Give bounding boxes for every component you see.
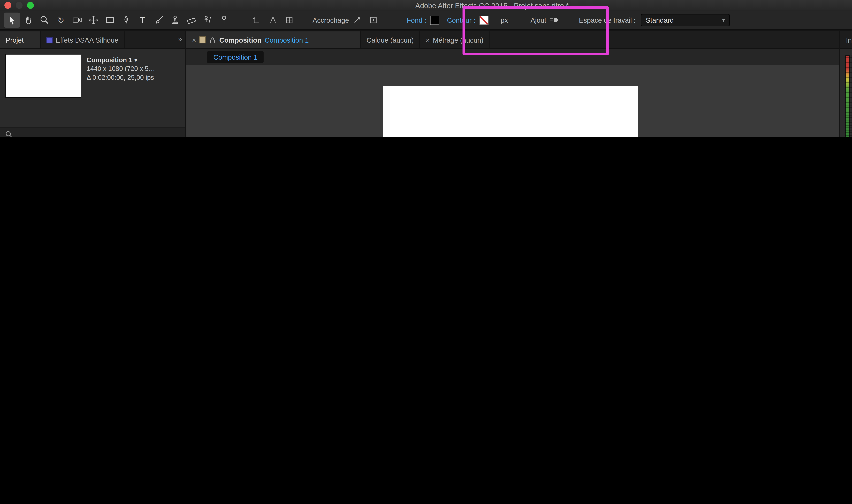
snapping-label: Accrochage	[312, 16, 349, 24]
fill-color-swatch[interactable]	[430, 15, 439, 25]
snap-options-icon[interactable]	[365, 13, 382, 28]
tab-projet[interactable]: Projet≡	[0, 31, 40, 48]
close-icon[interactable]: ×	[192, 36, 196, 43]
composition-viewer[interactable]: DSAA DESIGN GRAPHIQUE ⊕	[186, 65, 839, 137]
stroke-width-value[interactable]: – px	[495, 16, 508, 24]
tab-projet-label: Projet	[6, 36, 24, 43]
brush-tool[interactable]	[151, 13, 167, 28]
selected-item-dims: 1440 x 1080 (720 x 5…	[87, 64, 155, 73]
right-panel: Info Audio≡ 0,0 -3,0 -6,0 -9,0 -12,0 -15…	[840, 31, 852, 137]
roto-brush-tool[interactable]	[200, 13, 216, 28]
workspace-dropdown[interactable]: Standard▾	[641, 14, 730, 26]
eraser-tool[interactable]	[183, 13, 200, 28]
tab-info[interactable]: Info	[840, 31, 852, 48]
stroke-color-swatch[interactable]	[479, 15, 489, 25]
stamp-tool[interactable]	[167, 13, 183, 28]
tab-effets-label: Effets DSAA Silhoue	[56, 36, 119, 43]
composition-thumbnail	[5, 54, 81, 98]
selected-item-duration: Δ 0:02:00:00, 25,00 ips	[87, 73, 155, 82]
tab-composition[interactable]: × Composition Composition 1 ≡	[186, 31, 361, 48]
tab-info-label: Info	[846, 36, 852, 43]
toolbar: ↻ T Accrochage Fond : Contour : – px Ajo…	[0, 11, 852, 30]
hand-tool[interactable]	[20, 13, 36, 28]
viewer-tab-label: Composition 1	[213, 53, 257, 61]
composition-panel: × Composition Composition 1 ≡ Calque (au…	[186, 31, 839, 137]
puppet-pin-tool[interactable]	[216, 13, 232, 28]
search-icon	[5, 130, 13, 137]
audio-panel: 0,0 -3,0 -6,0 -9,0 -12,0 -15,0 -18,0 -21…	[840, 49, 852, 137]
selection-tool[interactable]	[4, 13, 20, 28]
close-icon[interactable]: ×	[425, 36, 430, 43]
tab-calque-label: Calque (aucun)	[366, 36, 414, 43]
text-tool[interactable]: T	[134, 13, 151, 28]
panel-overflow-icon[interactable]: »	[178, 35, 182, 42]
tab-composition-value: Composition 1	[265, 36, 309, 43]
viewer-tab-composition-1[interactable]: Composition 1	[207, 51, 264, 64]
axis-local-icon[interactable]	[249, 13, 265, 28]
panel-menu-icon[interactable]: ≡	[351, 36, 355, 43]
project-panel: Projet≡ Effets DSAA Silhoue » Compositio…	[0, 31, 185, 137]
pan-behind-tool[interactable]	[85, 13, 102, 28]
rotation-tool[interactable]: ↻	[53, 13, 69, 28]
stroke-label[interactable]: Contour :	[447, 16, 475, 24]
window-title: Adobe After Effects CC 2015 - Projet san…	[0, 2, 852, 9]
selected-item-title: Composition 1 ▾	[87, 55, 155, 64]
after-effects-window: Adobe After Effects CC 2015 - Projet san…	[0, 0, 852, 137]
zoom-tool[interactable]	[36, 13, 53, 28]
motion-blur-icon[interactable]	[546, 13, 563, 28]
effects-icon	[46, 37, 53, 43]
tab-metrage[interactable]: ×Métrage (aucun)	[420, 31, 490, 48]
tab-effets[interactable]: Effets DSAA Silhoue	[40, 31, 125, 48]
workspace-value: Standard	[646, 16, 674, 24]
snap-icon[interactable]	[349, 13, 365, 28]
camera-tool[interactable]	[69, 13, 85, 28]
viewer-tab-row: Composition 1	[186, 49, 839, 65]
tab-calque[interactable]: Calque (aucun)	[361, 31, 420, 48]
tab-composition-label: Composition	[219, 36, 261, 43]
project-search-field[interactable]	[0, 127, 185, 137]
composition-canvas[interactable]: DSAA DESIGN GRAPHIQUE ⊕	[383, 86, 638, 137]
titlebar: Adobe After Effects CC 2015 - Projet san…	[0, 0, 852, 11]
fill-label[interactable]: Fond :	[407, 16, 427, 24]
pen-tool[interactable]	[118, 13, 134, 28]
tab-metrage-label: Métrage (aucun)	[433, 36, 484, 43]
add-label: Ajout	[530, 16, 546, 24]
panel-group-icon	[199, 36, 206, 43]
axis-view-icon[interactable]	[281, 13, 297, 28]
lock-icon[interactable]	[209, 36, 216, 43]
shape-tool[interactable]	[102, 13, 118, 28]
panel-menu-icon[interactable]: ≡	[31, 36, 34, 43]
axis-world-icon[interactable]	[265, 13, 281, 28]
workspace-label: Espace de travail :	[579, 16, 636, 24]
